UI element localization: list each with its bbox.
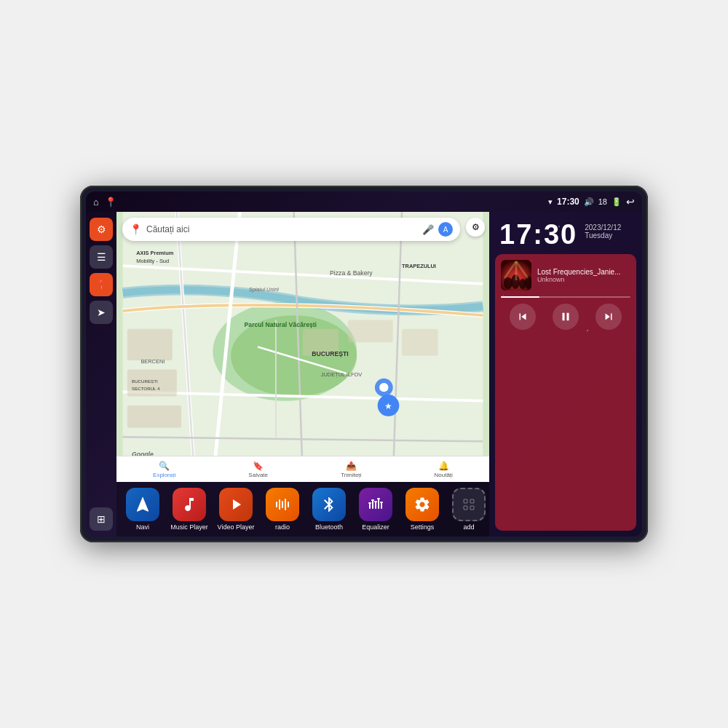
svg-text:SECTORUL 4: SECTORUL 4	[132, 386, 160, 391]
share-icon: 📤	[346, 461, 357, 471]
map-news-btn[interactable]: 🔔 Noutăți	[435, 461, 453, 478]
radio-icon-box	[266, 488, 299, 521]
explore-label: Explorați	[153, 472, 175, 478]
svg-rect-35	[368, 502, 371, 504]
battery-level: 18	[598, 197, 607, 206]
add-label: add	[463, 523, 474, 531]
svg-rect-5	[127, 405, 181, 428]
svg-text:Splaiul Unirii: Splaiul Unirii	[249, 286, 280, 293]
status-time: 17:30	[557, 197, 579, 207]
music-next-btn[interactable]	[596, 304, 622, 330]
location-icon: 📍	[96, 280, 107, 290]
maps-icon[interactable]: 📍	[105, 197, 116, 207]
music-player-icon	[173, 488, 206, 521]
news-icon: 🔔	[438, 461, 449, 471]
device-screen: ⌂ 📍 ▾ 17:30 🔊 18 🔋 ↩ ⚙ ☰	[86, 191, 642, 537]
svg-rect-3	[127, 329, 173, 360]
sidebar-grid-btn[interactable]: ⊞	[90, 507, 113, 531]
video-player-label: Video Player	[218, 523, 255, 531]
app-video-player[interactable]: Video Player	[214, 488, 258, 531]
svg-rect-8	[402, 329, 438, 356]
svg-rect-34	[381, 502, 382, 509]
app-bluetooth[interactable]: Bluetooth	[307, 488, 351, 531]
add-icon-box	[452, 488, 486, 521]
svg-text:Parcul Natural Văcărești: Parcul Natural Văcărești	[245, 321, 317, 328]
svg-rect-41	[470, 499, 474, 503]
app-add[interactable]: add	[447, 488, 489, 531]
saved-label: Salvate	[248, 472, 268, 478]
map-explore-btn[interactable]: 🔍 Explorați	[153, 461, 175, 478]
svg-rect-42	[464, 506, 467, 510]
app-settings[interactable]: Settings	[400, 488, 444, 531]
svg-rect-32	[375, 502, 376, 509]
settings-icon-box	[405, 488, 439, 521]
svg-rect-39	[380, 502, 383, 503]
map-saved-btn[interactable]: 🔖 Salvate	[248, 461, 268, 478]
wifi-icon: ▾	[548, 197, 553, 207]
radio-label: radio	[275, 523, 290, 531]
svg-text:BUCUREȘTI: BUCUREȘTI	[132, 379, 158, 384]
svg-rect-43	[470, 506, 474, 510]
map-svg: ★ AXIS Premium Mobility - Sud Pizza & Ba…	[116, 212, 489, 482]
music-progress-bar[interactable]	[501, 296, 630, 298]
status-bar: ⌂ 📍 ▾ 17:30 🔊 18 🔋 ↩	[86, 191, 642, 212]
svg-text:BUCUREȘTI: BUCUREȘTI	[312, 350, 348, 357]
music-info: Lost Frequencies_Janie... Unknown	[501, 260, 630, 290]
clock-day: Tuesday	[585, 232, 621, 240]
music-player-label: Music Player	[170, 523, 208, 531]
sidebar-settings-btn[interactable]: ⚙	[90, 218, 113, 241]
sidebar: ⚙ ☰ 📍 ➤ ⊞	[86, 212, 116, 537]
navi-label: Navi	[136, 523, 149, 531]
svg-text:JUDEȚUL ILFOV: JUDEȚUL ILFOV	[321, 371, 363, 378]
svg-point-10	[379, 383, 388, 392]
map-share-btn[interactable]: 📤 Trimiteți	[341, 461, 361, 478]
explore-icon: 🔍	[159, 461, 170, 471]
grid-icon: ⊞	[97, 513, 106, 525]
gear-icon: ⚙	[97, 223, 106, 235]
app-navi[interactable]: Navi	[121, 488, 165, 531]
map-container[interactable]: ★ AXIS Premium Mobility - Sud Pizza & Ba…	[116, 212, 489, 482]
svg-rect-7	[348, 320, 393, 342]
sidebar-location-btn[interactable]: 📍	[90, 273, 113, 296]
svg-rect-28	[285, 499, 286, 510]
home-icon[interactable]: ⌂	[93, 197, 99, 207]
svg-rect-25	[276, 502, 277, 507]
video-player-icon	[219, 488, 253, 521]
music-prev-btn[interactable]	[510, 304, 536, 330]
map-settings-btn[interactable]: ⚙	[466, 218, 485, 237]
profile-avatar[interactable]: A	[438, 222, 453, 237]
svg-text:Pizza & Bakery: Pizza & Bakery	[330, 269, 373, 277]
back-icon[interactable]: ↩	[626, 196, 635, 207]
volume-icon: 🔊	[584, 197, 594, 207]
svg-text:TRAPEZULUI: TRAPEZULUI	[402, 263, 436, 269]
main-area: ⚙ ☰ 📍 ➤ ⊞	[86, 212, 642, 537]
navi-icon	[126, 488, 159, 521]
map-search-bar[interactable]: 📍 Căutați aici 🎤 A	[122, 218, 460, 241]
music-controls	[501, 304, 630, 330]
svg-rect-26	[279, 499, 280, 510]
saved-icon: 🔖	[253, 461, 264, 471]
map-pin-icon: 📍	[130, 223, 142, 235]
mic-icon[interactable]: 🎤	[422, 224, 434, 235]
app-grid-area: Navi Music Player Video	[116, 482, 489, 537]
svg-rect-30	[369, 503, 371, 509]
sidebar-nav-btn[interactable]: ➤	[90, 301, 113, 324]
music-pause-btn[interactable]	[553, 304, 579, 330]
music-title: Lost Frequencies_Janie...	[537, 268, 630, 276]
svg-rect-33	[378, 499, 379, 509]
svg-rect-31	[372, 500, 373, 509]
battery-icon: 🔋	[612, 197, 622, 207]
sidebar-menu-btn[interactable]: ☰	[90, 245, 113, 269]
svg-rect-27	[282, 501, 283, 508]
arrow-icon: ➤	[97, 306, 106, 318]
app-music-player[interactable]: Music Player	[167, 488, 211, 531]
app-equalizer[interactable]: Equalizer	[354, 488, 397, 531]
svg-rect-29	[288, 502, 289, 507]
album-art	[501, 260, 531, 290]
app-radio[interactable]: radio	[261, 488, 304, 531]
news-label: Noutăți	[435, 472, 453, 478]
menu-icon: ☰	[97, 251, 106, 263]
clock-time: 17:30	[499, 221, 577, 248]
right-panel: 17:30 2023/12/12 Tuesday	[489, 212, 642, 537]
map-background: ★ AXIS Premium Mobility - Sud Pizza & Ba…	[116, 212, 489, 482]
